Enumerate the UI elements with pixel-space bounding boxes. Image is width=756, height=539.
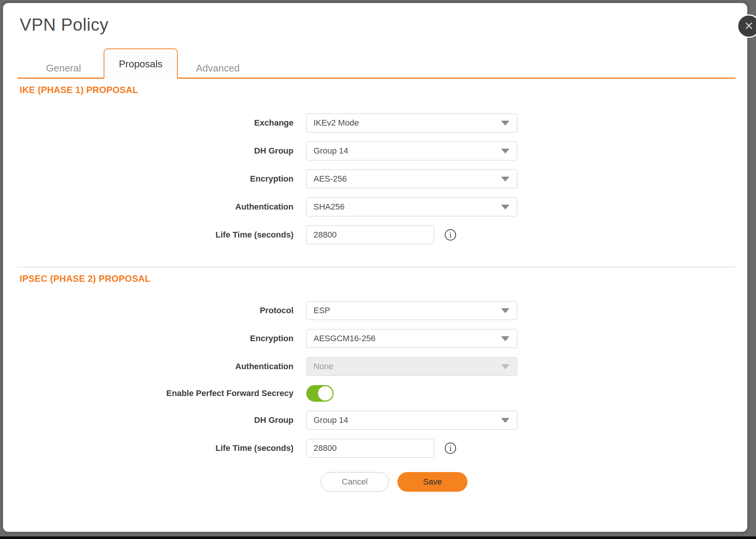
tab-bar: General Proposals Advanced [17, 48, 736, 79]
row-encryption-p2: Encryption AESGCM16-256 [3, 329, 747, 348]
protocol-label: Protocol [3, 306, 306, 315]
tab-proposals[interactable]: Proposals [104, 48, 178, 79]
row-dh-group: DH Group Group 14 [3, 141, 747, 160]
row-dh-group-p2: DH Group Group 14 [3, 411, 747, 430]
row-authentication-p2: Authentication None [3, 357, 747, 376]
dh-group-p2-value: Group 14 [314, 415, 348, 425]
row-protocol: Protocol ESP [3, 301, 747, 320]
encryption-p2-select[interactable]: AESGCM16-256 [306, 329, 517, 348]
dh-group-select[interactable]: Group 14 [306, 141, 517, 160]
info-icon-glyph: i [449, 444, 452, 452]
section-heading-ike-phase1: IKE (PHASE 1) PROPOSAL [20, 85, 747, 95]
authentication-value: SHA256 [314, 202, 345, 212]
tab-general[interactable]: General [26, 57, 101, 79]
authentication-p2-label: Authentication [3, 362, 306, 371]
encryption-label: Encryption [3, 174, 306, 184]
encryption-p2-value: AESGCM16-256 [314, 334, 376, 343]
life-time-label: Life Time (seconds) [3, 230, 306, 240]
section-heading-ipsec-phase2: IPSEC (PHASE 2) PROPOSAL [20, 273, 747, 284]
row-pfs: Enable Perfect Forward Secrecy [3, 385, 747, 402]
close-icon: ✕ [744, 20, 753, 32]
bottom-bar [0, 536, 756, 539]
encryption-value: AES-256 [314, 174, 347, 184]
page-title: VPN Policy [3, 3, 747, 35]
tab-advanced-label: Advanced [196, 62, 240, 74]
chevron-down-icon [501, 336, 509, 341]
row-exchange: Exchange IKEv2 Mode [3, 113, 747, 132]
chevron-down-icon [501, 177, 509, 182]
exchange-label: Exchange [3, 118, 306, 128]
section-divider [17, 267, 736, 267]
row-life-time-p2: Life Time (seconds) i [3, 439, 747, 458]
info-icon[interactable]: i [445, 443, 456, 454]
authentication-p2-select-disabled: None [306, 357, 517, 376]
chevron-down-icon [501, 364, 509, 369]
encryption-select[interactable]: AES-256 [306, 169, 517, 188]
row-authentication: Authentication SHA256 [3, 197, 747, 216]
tab-general-label: General [46, 62, 81, 74]
exchange-value: IKEv2 Mode [314, 118, 359, 128]
life-time-input[interactable] [306, 225, 434, 244]
authentication-p2-value: None [314, 362, 334, 371]
footer-actions: Cancel Save [321, 472, 747, 492]
phase2-form: Protocol ESP Encryption AESGCM16-256 Aut… [3, 301, 747, 458]
protocol-select[interactable]: ESP [306, 301, 517, 320]
authentication-label: Authentication [3, 202, 306, 212]
life-time-p2-input[interactable] [306, 439, 434, 458]
pfs-toggle[interactable] [306, 385, 334, 402]
authentication-select[interactable]: SHA256 [306, 197, 517, 216]
exchange-select[interactable]: IKEv2 Mode [306, 113, 517, 132]
chevron-down-icon [501, 205, 509, 210]
tab-proposals-label: Proposals [119, 58, 163, 70]
info-icon-glyph: i [449, 231, 452, 239]
chevron-down-icon [501, 149, 509, 154]
dh-group-value: Group 14 [314, 146, 348, 156]
tab-advanced[interactable]: Advanced [181, 57, 255, 79]
chevron-down-icon [501, 308, 509, 313]
encryption-p2-label: Encryption [3, 334, 306, 343]
pfs-label: Enable Perfect Forward Secrecy [3, 388, 306, 398]
chevron-down-icon [501, 121, 509, 126]
phase1-form: Exchange IKEv2 Mode DH Group Group 14 En… [3, 113, 747, 244]
pfs-toggle-knob [318, 386, 332, 401]
dh-group-label: DH Group [3, 146, 306, 156]
protocol-value: ESP [314, 306, 330, 315]
dh-group-p2-label: DH Group [3, 415, 306, 425]
row-encryption: Encryption AES-256 [3, 169, 747, 188]
chevron-down-icon [501, 418, 509, 423]
dh-group-p2-select[interactable]: Group 14 [306, 411, 517, 430]
cancel-button[interactable]: Cancel [321, 472, 389, 492]
life-time-p2-label: Life Time (seconds) [3, 443, 306, 453]
row-life-time: Life Time (seconds) i [3, 225, 747, 244]
info-icon[interactable]: i [445, 229, 456, 241]
save-button[interactable]: Save [397, 472, 467, 492]
vpn-policy-dialog: ✕ VPN Policy General Proposals Advanced … [3, 3, 747, 532]
